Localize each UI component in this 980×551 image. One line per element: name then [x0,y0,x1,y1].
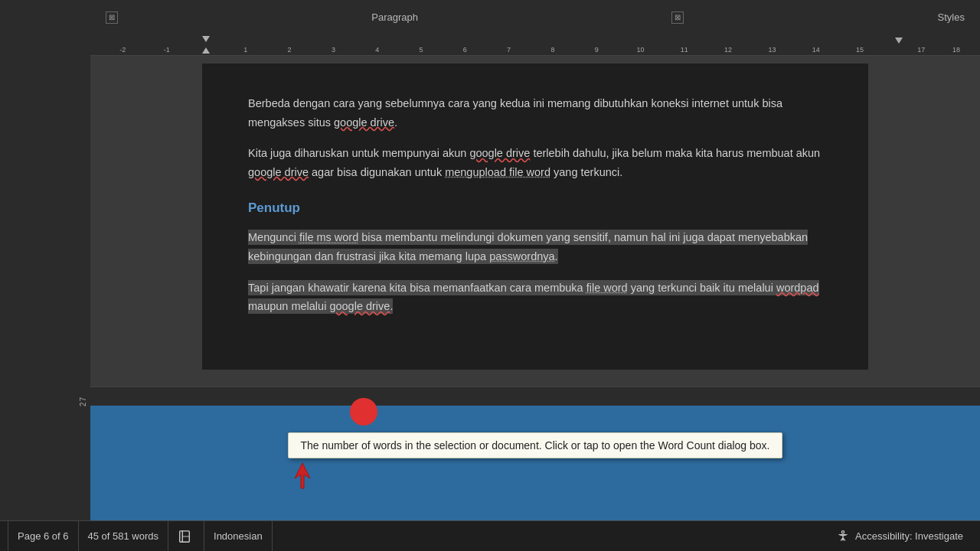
svg-point-4 [841,530,844,533]
svg-marker-0 [295,463,310,488]
accessibility-status[interactable]: Accessibility: Investigate [826,529,972,544]
language-status[interactable]: Indonesian [204,521,273,551]
link-google-drive-2: google drive [469,147,530,159]
ruler-tick: 18 [952,46,960,54]
ruler-tick: 2 [288,46,292,54]
tooltip-container: The number of words in the selection or … [90,432,980,458]
status-bar: Page 6 of 6 45 of 581 words Indonesian A… [0,520,980,551]
page-info-text: Page 6 of 6 [18,530,69,542]
ruler: -2 -1 1 2 3 4 5 6 7 8 9 10 11 12 13 14 1… [90,34,980,56]
document-area: Berbeda dengan cara yang sebelumnya cara… [90,56,980,386]
page-info[interactable]: Page 6 of 6 [8,521,79,551]
section-heading-penutup: Penutup [248,197,822,220]
cursor-arrow [287,459,318,493]
paragraph-3: Mengunci file ms word bisa membantu meli… [248,228,822,266]
top-bar-left: ⊠ [106,11,118,24]
accessibility-text: Accessibility: Investigate [855,530,963,542]
pointer-circle [350,398,377,425]
word-count-text: 45 of 581 words [88,530,159,542]
word-count-tooltip[interactable]: The number of words in the selection or … [288,432,783,458]
ruler-tick: 5 [420,46,423,54]
ruler-indent-bottom[interactable] [202,47,210,54]
ruler-tick: 1 [243,46,247,54]
tab-stop[interactable] [895,37,903,44]
ruler-tick: -1 [164,46,170,54]
left-sidebar [0,0,90,386]
ruler-tick: 4 [375,46,379,54]
book-icon-status[interactable] [168,521,204,551]
ruler-indent-marker[interactable] [202,36,210,42]
ruler-tick: 12 [724,46,732,54]
ruler-tick: 9 [595,46,599,54]
word-count-status[interactable]: 45 of 581 words [79,521,169,551]
horizontal-scroll-area[interactable] [90,386,980,406]
book-icon [178,530,191,543]
expand-icon[interactable]: ⊠ [671,11,684,24]
ruler-tick: 7 [507,46,511,54]
ruler-tick: 10 [637,46,645,54]
ruler-tick: 6 [463,46,467,54]
styles-tab-label: Styles [938,11,965,23]
ruler-tick: 14 [812,46,820,54]
ruler-tick: 11 [681,46,688,54]
link-google-drive-3: google drive [248,166,309,178]
ruler-tick: 3 [332,46,335,54]
sidebar-page-number: 27 [79,396,87,406]
ruler-tick: 13 [768,46,776,54]
paragraph-1: Berbeda dengan cara yang sebelumnya cara… [248,94,822,132]
link-upload: mengupload file word [445,166,550,178]
ruler-tick: 17 [917,46,925,54]
language-text: Indonesian [214,530,263,542]
ruler-tick: 15 [856,46,864,54]
ruler-tick: -2 [119,46,126,54]
paragraph-4: Tapi jangan khawatir karena kita bisa me… [248,279,822,316]
ruler-tick: 8 [550,46,554,54]
paragraph-2: Kita juga diharuskan untuk mempunyai aku… [248,144,822,181]
paragraph-tab-label: Paragraph [371,11,418,23]
top-bar: ⊠ Paragraph ⊠ Styles [90,0,980,34]
collapse-icon[interactable]: ⊠ [106,11,118,24]
document-page: Berbeda dengan cara yang sebelumnya cara… [202,64,868,370]
accessibility-icon [835,529,851,544]
link-google-drive: google drive [334,116,394,129]
